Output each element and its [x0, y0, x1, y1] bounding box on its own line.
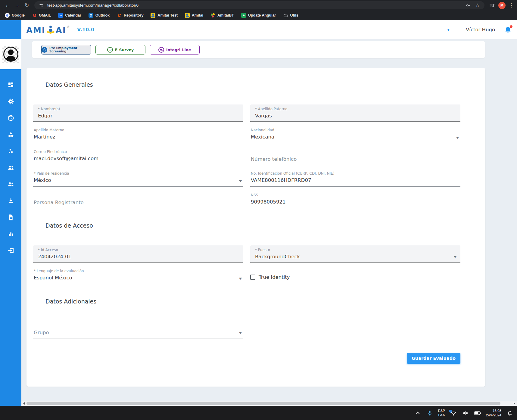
true-identity-checkbox[interactable] [250, 275, 255, 280]
amitai-logo-mark [46, 25, 55, 35]
media-playlist-icon[interactable] [489, 2, 495, 9]
browser-profile-avatar[interactable]: M [498, 2, 506, 9]
bookmark-calendar[interactable]: 24 Calendar [58, 13, 81, 18]
address-bar[interactable]: test-app.amitaisystem.com/manager/collab… [34, 1, 484, 9]
nss-field[interactable]: NSS 90998005921 [250, 191, 460, 208]
notifications-bell-icon[interactable] [504, 26, 512, 34]
back-icon[interactable]: ← [3, 1, 12, 10]
language-indicator[interactable]: ESP LAA [438, 409, 445, 417]
bookmarks-bar: G Google M GMAIL 24 Calendar O Outlook C… [0, 11, 517, 20]
bookmark-repository[interactable]: C Repository [117, 13, 143, 18]
speaker-icon[interactable] [462, 409, 469, 417]
app-version: V.10.0 [77, 27, 94, 33]
browser-menu-icon[interactable]: ⋮ [509, 2, 514, 8]
battery-icon[interactable] [474, 409, 481, 417]
pre-employment-screening-button[interactable]: Pre Employment Screening [41, 45, 91, 54]
bookmark-update-angular[interactable]: + Update Angular [241, 13, 276, 18]
download-icon[interactable] [7, 197, 14, 204]
scrollbar-thumb[interactable] [26, 402, 500, 405]
user-name[interactable]: Víctor Hugo [466, 27, 495, 33]
scroll-right-arrow-icon[interactable] [512, 401, 517, 406]
persona-registrante-field[interactable]: Persona Registrante [33, 191, 243, 208]
integri-line-icon [158, 47, 164, 53]
bar-chart-icon[interactable] [7, 230, 14, 238]
reload-icon[interactable]: ↻ [22, 1, 31, 10]
url-text[interactable]: test-app.amitaisystem.com/manager/collab… [47, 3, 462, 8]
calendar-favicon: 24 [58, 13, 63, 18]
forward-icon[interactable]: → [13, 1, 22, 10]
guardar-evaluado-button[interactable]: Guardar Evaluado [407, 353, 460, 364]
google-favicon: G [5, 13, 10, 18]
main-content: Pre Employment Screening ✓ E-Survey Inte… [21, 39, 517, 401]
bookmark-amitai-test[interactable]: Amitai Test [151, 13, 177, 18]
gmail-favicon: M [32, 13, 37, 18]
chevron-down-icon[interactable]: ▼ [239, 277, 242, 280]
notification-dot [510, 25, 512, 28]
browser-toolbar: ← → ↻ test-app.amitaisystem.com/manager/… [0, 0, 517, 11]
lenguaje-evaluacion-select[interactable]: * Lenguaje de la evaluación Español Méxi… [33, 267, 243, 284]
notifications-icon[interactable] [506, 409, 513, 417]
identificacion-oficial-field[interactable]: No. Identificación Oficial (CURP, CDI, D… [250, 170, 460, 187]
e-survey-button[interactable]: ✓ E-Survey [95, 45, 145, 54]
telefono-field[interactable]: Número telefónico [250, 148, 460, 165]
settings-gear-icon[interactable] [7, 98, 14, 105]
apellido-paterno-field[interactable]: * Apellido Paterno Vargas [250, 104, 460, 122]
site-settings-icon[interactable] [38, 2, 45, 9]
dashboard-icon[interactable] [7, 81, 14, 89]
shapes-icon[interactable] [7, 131, 14, 138]
bookmark-amitaibt[interactable]: AmitaiBT [210, 13, 234, 18]
repository-favicon: C [117, 13, 122, 18]
nacionalidad-select[interactable]: Nacionalidad Mexicana ▼ [250, 126, 460, 143]
bookmark-outlook[interactable]: O Outlook [89, 13, 110, 18]
bookmark-gmail[interactable]: M GMAIL [32, 13, 51, 18]
section-divider [33, 316, 460, 316]
bookmark-star-icon[interactable]: ☆ [474, 2, 481, 9]
bookmark-amitai[interactable]: Amitai [185, 13, 203, 18]
section-divider [33, 99, 460, 99]
chevron-down-icon[interactable]: ▼ [239, 179, 242, 182]
people-alt-icon[interactable] [7, 181, 14, 188]
scatter-dots-icon[interactable] [7, 148, 14, 155]
horizontal-scrollbar[interactable] [21, 401, 517, 406]
grupo-select[interactable]: Grupo ▼ [33, 321, 243, 338]
document-icon[interactable] [7, 214, 14, 221]
chevron-down-icon[interactable]: ▼ [239, 331, 242, 334]
chevron-down-icon[interactable]: ▼ [456, 136, 459, 139]
bookmark-utils[interactable]: Utils [283, 13, 298, 18]
tray-chevron-up-icon[interactable] [414, 409, 421, 417]
amitaibt-favicon [210, 13, 215, 18]
pes-icon [42, 47, 47, 53]
clock[interactable]: 16:03 24/4/2024 [486, 409, 501, 417]
amitai-favicon [151, 13, 155, 18]
section-datos-generales: Datos Generales [33, 68, 460, 88]
pais-residencia-select[interactable]: * País de residencia México ▼ [33, 170, 243, 187]
programs-card: Pre Employment Screening ✓ E-Survey Inte… [32, 41, 485, 58]
chevron-down-icon[interactable]: ▼ [453, 255, 456, 258]
e-survey-icon: ✓ [107, 47, 113, 53]
apellido-materno-field[interactable]: Apellido Materno Martínez [33, 126, 243, 143]
correo-field[interactable]: Correo Electrónico macl.devsoft@amitai.c… [33, 148, 243, 165]
puesto-select[interactable]: * Puesto BackgroundCheck ▼ [250, 245, 460, 263]
windows-taskbar: ESP LAA 16:03 24/4/2024 [0, 406, 517, 420]
folder-icon [283, 13, 288, 18]
date: 24/4/2024 [486, 413, 501, 417]
nombre-field[interactable]: * Nombre(s) Edgar [33, 104, 243, 122]
time: 16:03 [486, 409, 501, 413]
section-datos-acceso: Datos de Acceso [33, 222, 460, 229]
face-icon[interactable] [7, 114, 14, 122]
user-avatar-box[interactable] [0, 39, 21, 69]
amitai-favicon [185, 13, 190, 18]
people-icon[interactable] [7, 164, 14, 171]
sheet-favicon: + [241, 13, 246, 18]
chevron-down-icon[interactable]: ▼ [447, 28, 450, 32]
exit-icon[interactable] [7, 247, 14, 254]
wifi-icon[interactable] [450, 409, 457, 417]
microphone-icon[interactable] [426, 409, 433, 417]
scroll-left-arrow-icon[interactable] [21, 401, 26, 406]
app-window: AMI AI ® V.10.0 ▼ Víctor Hugo [0, 20, 517, 406]
collaborator-form-card: Datos Generales * Nombre(s) Edgar * Apel… [26, 68, 485, 387]
id-acceso-field[interactable]: * Id Acceso 24042024-01 [33, 245, 243, 263]
bookmark-google[interactable]: G Google [5, 13, 25, 18]
password-key-icon[interactable] [465, 2, 472, 9]
integri-line-button[interactable]: Integri-Line [150, 45, 200, 54]
